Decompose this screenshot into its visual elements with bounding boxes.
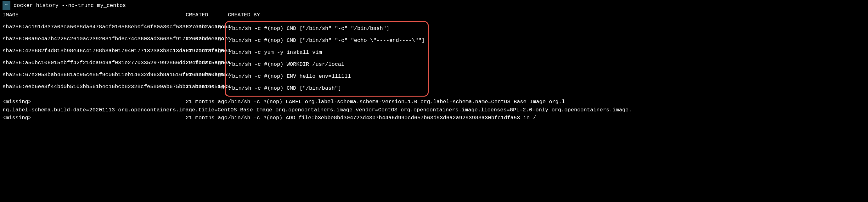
cell-image: sha256:00a9e4a7b4225c2610ac2392081fbd6c7…	[2, 35, 186, 43]
terminal-output: ~ docker history --no-trunc my_centos IM…	[0, 0, 868, 123]
cell-created-by: /bin/sh -c yum -y install vim	[229, 48, 425, 57]
header-created: CREATED	[186, 11, 228, 19]
cell-created: 21 months ago	[186, 83, 228, 91]
cell-created-by: /bin/sh -c #(nop) LABEL org.label-schema…	[228, 98, 866, 106]
cell-image: sha256:67e2053bab48681ac95ce85f9c06b11eb…	[2, 71, 186, 79]
highlighted-layers-container: sha256:ac191d837a03ca5088da6478acf016568…	[2, 19, 866, 98]
table-row: sha256:00a9e4a7b4225c2610ac2392081fbd6c7…	[2, 35, 228, 43]
output-table: IMAGE CREATED CREATED BY sha256:ac191d83…	[2, 11, 866, 123]
table-row: <missing> 21 months ago /bin/sh -c #(nop…	[2, 98, 866, 106]
prompt-line: ~ docker history --no-trunc my_centos	[2, 1, 866, 10]
cell-image: sha256:428682f4d818b98e46c41788b3ab01794…	[2, 47, 186, 55]
cell-created: 21 months ago	[186, 98, 228, 106]
table-row: sha256:ac191d837a03ca5088da6478acf016568…	[2, 23, 228, 31]
cell-created: 22 hours ago	[186, 47, 228, 55]
table-row: sha256:67e2053bab48681ac95ce85f9c06b11eb…	[2, 71, 228, 79]
cell-created: 22 hours ago	[186, 23, 228, 31]
cell-created-by: /bin/sh -c #(nop) CMD ["/bin/sh" "-c" "/…	[229, 25, 425, 33]
cell-created: 22 hours ago	[186, 35, 228, 43]
cell-created-by: /bin/sh -c #(nop) WORKDIR /usr/local	[229, 60, 425, 69]
prompt-badge: ~	[2, 1, 10, 10]
table-row: <missing> 21 months ago /bin/sh -c #(nop…	[2, 114, 866, 122]
cell-created: 21 months ago	[186, 114, 228, 122]
highlight-annotation-box: /bin/sh -c #(nop) CMD ["/bin/sh" "-c" "/…	[225, 21, 429, 97]
header-image: IMAGE	[2, 11, 186, 19]
cell-image: sha256:a50bc106015ebff42f21dca949af031e2…	[2, 59, 186, 67]
wrapped-continuation-line: rg.label-schema.build-date=20201113 org.…	[2, 106, 866, 114]
table-header: IMAGE CREATED CREATED BY	[2, 11, 866, 19]
table-row: sha256:428682f4d818b98e46c41788b3ab01794…	[2, 47, 228, 55]
cell-image: sha256:eeb6ee3f44bd0b5103bb561b4c16bcb82…	[2, 83, 186, 91]
cell-created-by: /bin/sh -c #(nop) ENV hello_env=111111	[229, 72, 425, 80]
cell-created: 22 hours ago	[186, 71, 228, 79]
header-created-by: CREATED BY	[228, 11, 866, 19]
cell-created-by: /bin/sh -c #(nop) CMD ["/bin/bash"]	[229, 84, 425, 93]
table-row: sha256:a50bc106015ebff42f21dca949af031e2…	[2, 59, 228, 67]
cell-image: <missing>	[2, 98, 186, 106]
cell-image: sha256:ac191d837a03ca5088da6478acf016568…	[2, 23, 186, 31]
table-row: sha256:eeb6ee3f44bd0b5103bb561b4c16bcb82…	[2, 83, 228, 91]
cell-image: <missing>	[2, 114, 186, 122]
layer-left-columns: sha256:ac191d837a03ca5088da6478acf016568…	[2, 19, 228, 98]
cell-created: 22 hours ago	[186, 59, 228, 67]
cell-created-by: /bin/sh -c #(nop) CMD ["/bin/sh" "-c" "e…	[229, 36, 425, 45]
command-text: docker history --no-trunc my_centos	[13, 2, 126, 10]
cell-created-by: /bin/sh -c #(nop) ADD file:b3ebbe8bd3047…	[228, 114, 866, 122]
